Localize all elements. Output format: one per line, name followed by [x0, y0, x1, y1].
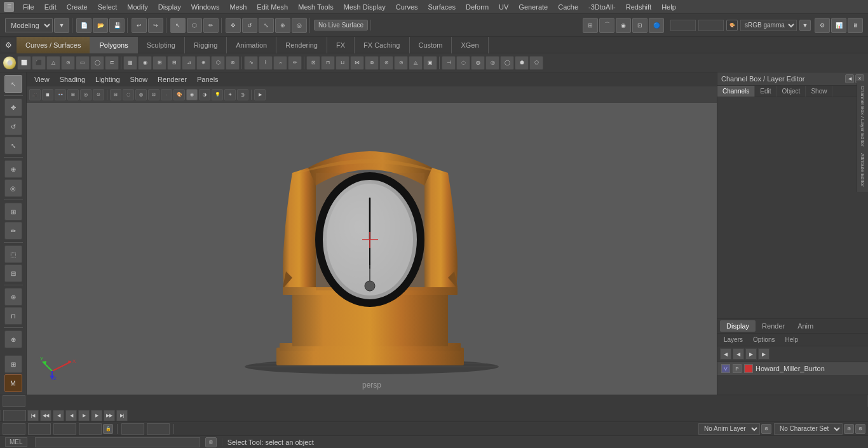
tab-fx-caching[interactable]: FX Caching: [355, 37, 409, 53]
pencil-btn[interactable]: ✏: [288, 56, 302, 70]
gamma-options-btn[interactable]: ▼: [799, 20, 811, 31]
anim-layer-dropdown[interactable]: No Anim Layer: [698, 423, 760, 435]
vp-points-btn[interactable]: ·: [161, 89, 172, 100]
cube-btn[interactable]: ⬜: [17, 56, 31, 70]
save-btn[interactable]: 💾: [109, 18, 125, 33]
layer-layers-subtab[interactable]: Layers: [720, 335, 747, 344]
color-mode-btn[interactable]: 🎨: [726, 20, 738, 31]
vp-bounding-btn[interactable]: ⊡: [148, 89, 159, 100]
move-btn[interactable]: ✥: [226, 18, 241, 33]
new-scene-btn[interactable]: 📄: [76, 18, 92, 33]
layer-render-tab[interactable]: Render: [756, 320, 791, 332]
layer-anim-tab[interactable]: Anim: [791, 320, 820, 332]
tab-show[interactable]: Show: [806, 86, 832, 97]
render-settings-btn[interactable]: ⚙: [815, 18, 830, 33]
pipe-btn[interactable]: ⊏: [105, 56, 119, 70]
go-to-start-btn[interactable]: |◀: [27, 410, 39, 421]
vp-ambient-btn[interactable]: ☀: [224, 89, 236, 100]
polyprism-btn[interactable]: ⬡: [211, 56, 225, 70]
tab-animation[interactable]: Animation: [227, 37, 276, 53]
display-settings-btn[interactable]: 📊: [831, 18, 846, 33]
gamma-dropdown[interactable]: sRGB gamma: [740, 20, 797, 31]
lattice-tool[interactable]: ⊓: [4, 307, 22, 325]
vp-film-btn[interactable]: ◼: [42, 89, 53, 100]
snap-to-view-btn[interactable]: ⊡: [632, 18, 648, 33]
tab-settings-btn[interactable]: ⚙: [1, 38, 15, 52]
torus-btn[interactable]: ⊙: [61, 56, 75, 70]
move-tool[interactable]: ✥: [4, 98, 22, 116]
vp-show-menu[interactable]: Show: [128, 74, 151, 85]
smooth-btn[interactable]: ◌: [456, 56, 470, 70]
sculpt-btn[interactable]: ⬠: [529, 56, 543, 70]
lasso-select-btn[interactable]: ⬡: [187, 18, 202, 33]
right-panel-expand[interactable]: ◀: [845, 74, 854, 83]
menu-redshift[interactable]: Redshift: [621, 2, 656, 12]
maya-logo[interactable]: M: [4, 374, 22, 392]
menu-uv[interactable]: UV: [494, 2, 513, 12]
prev-key-btn[interactable]: ◀: [53, 410, 64, 421]
layer-end-btn[interactable]: ▶: [758, 348, 770, 360]
char-set-options-1[interactable]: ⚙: [844, 424, 854, 434]
menu-modify[interactable]: Modify: [122, 2, 153, 12]
menu-windows[interactable]: Windows: [186, 2, 225, 12]
polyplane-btn[interactable]: ▦: [123, 56, 137, 70]
vp-cam-btn[interactable]: 🎥: [29, 89, 41, 100]
layer-add-btn[interactable]: ◀: [720, 348, 731, 360]
cluster-tool[interactable]: ⊛: [4, 288, 22, 306]
vp-fog-btn[interactable]: 🌫: [237, 89, 248, 100]
boolean-btn[interactable]: ⊗: [365, 56, 379, 70]
polycylinder-btn[interactable]: ⊟: [167, 56, 181, 70]
layer-help-subtab[interactable]: Help: [781, 335, 802, 344]
polycone-btn[interactable]: ⊿: [182, 56, 196, 70]
polyhelix-btn[interactable]: ⊛: [226, 56, 240, 70]
make-live-btn[interactable]: 🔵: [649, 18, 664, 33]
show-manipulators[interactable]: ⊕: [4, 330, 22, 348]
merge-btn[interactable]: ⋈: [350, 56, 364, 70]
tab-rigging[interactable]: Rigging: [185, 37, 227, 53]
vp-stereo-btn[interactable]: 👓: [55, 89, 66, 100]
brush-tool[interactable]: ✏: [4, 222, 22, 240]
vp-isolate-btn[interactable]: ◎: [80, 89, 92, 100]
select-region-tool[interactable]: ⬚: [4, 245, 22, 263]
menu-select[interactable]: Select: [93, 2, 123, 12]
tab-polygons[interactable]: Polygons: [90, 37, 137, 53]
anim-end-input[interactable]: 200: [147, 423, 170, 435]
tab-curves-surfaces[interactable]: Curves / Surfaces: [17, 37, 90, 53]
end-frame-lock-btn[interactable]: 🔒: [103, 424, 113, 434]
cylinder-btn[interactable]: ⬛: [32, 56, 46, 70]
mirror-btn[interactable]: ⊣: [442, 56, 456, 70]
vp-shading-menu[interactable]: Shading: [57, 74, 88, 85]
rotate-tool[interactable]: ↺: [4, 118, 22, 135]
char-set-options-2[interactable]: ⚙: [855, 424, 865, 434]
anim-start-input[interactable]: 120: [121, 423, 144, 435]
menu-mesh[interactable]: Mesh: [224, 2, 252, 12]
snap-to-point-btn[interactable]: ◉: [616, 18, 631, 33]
current-frame-input-tl[interactable]: 1: [3, 395, 25, 407]
snap-to-curve-btn[interactable]: ⌒: [599, 18, 614, 33]
viewport[interactable]: View Shading Lighting Show Renderer Pane…: [27, 72, 717, 395]
layer-visibility-btn[interactable]: V: [721, 364, 730, 373]
menu-mesh-tools[interactable]: Mesh Tools: [293, 2, 338, 12]
no-live-surface[interactable]: No Live Surface: [314, 20, 368, 31]
char-set-dropdown[interactable]: No Character Set: [774, 423, 843, 435]
vp-wireframe-btn[interactable]: ⊟: [110, 89, 121, 100]
go-to-end-btn[interactable]: ▶|: [116, 410, 128, 421]
remesh-btn[interactable]: ◎: [485, 56, 499, 70]
step-back-btn[interactable]: ◀◀: [40, 410, 51, 421]
gamma-offset-input[interactable]: 0.00: [670, 20, 696, 31]
tab-rendering[interactable]: Rendering: [276, 37, 327, 53]
soft-select-tool[interactable]: ◎: [4, 179, 22, 197]
select-tool[interactable]: ↖: [4, 75, 22, 93]
marquee-tool[interactable]: ⊟: [4, 264, 22, 282]
play-back-btn[interactable]: ◀: [65, 410, 77, 421]
tab-custom[interactable]: Custom: [410, 37, 452, 53]
layer-color-swatch[interactable]: [744, 364, 753, 373]
tab-channels[interactable]: Channels: [717, 86, 755, 97]
tab-sculpting[interactable]: Sculpting: [138, 37, 185, 53]
vp-flat-btn[interactable]: ◍: [135, 89, 147, 100]
rotate-btn[interactable]: ↺: [242, 18, 257, 33]
polycube-btn[interactable]: ⊞: [153, 56, 166, 70]
end-frame-input[interactable]: 1: [28, 423, 51, 435]
separate-btn[interactable]: ⊙: [394, 56, 408, 70]
start-frame-input[interactable]: 1: [3, 423, 25, 435]
